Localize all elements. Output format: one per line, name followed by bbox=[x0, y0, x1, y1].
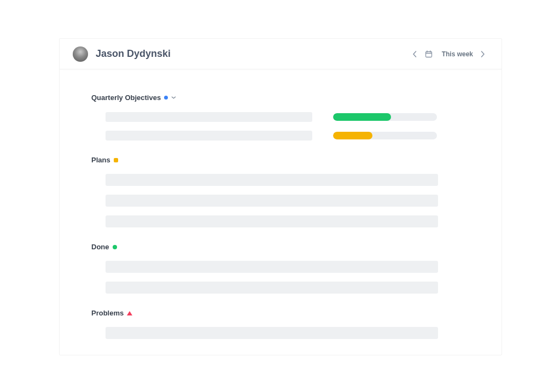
header-bar: Jason Dydynski This week bbox=[60, 39, 501, 69]
done-placeholder[interactable] bbox=[106, 261, 438, 273]
done-indicator-icon bbox=[113, 245, 117, 249]
report-card: Jason Dydynski This week Quarterly Objec… bbox=[59, 38, 502, 355]
period-selector[interactable]: This week bbox=[442, 50, 473, 58]
plans-indicator-icon bbox=[114, 158, 118, 162]
section-done: Done bbox=[91, 243, 470, 294]
calendar-icon bbox=[425, 50, 433, 58]
section-title: Quarterly Objectives bbox=[91, 93, 161, 102]
objective-progress-fill bbox=[333, 132, 372, 139]
objective-placeholder bbox=[106, 112, 312, 122]
prev-period-button[interactable] bbox=[409, 49, 420, 60]
section-header-done[interactable]: Done bbox=[91, 243, 470, 251]
plan-placeholder[interactable] bbox=[106, 215, 438, 227]
user-name: Jason Dydynski bbox=[96, 48, 171, 60]
chevron-left-icon bbox=[412, 51, 417, 57]
content-area: Quarterly Objectives bbox=[60, 69, 501, 339]
problems-indicator-icon bbox=[127, 311, 132, 315]
svg-rect-0 bbox=[425, 51, 431, 57]
chevron-down-icon bbox=[171, 92, 176, 102]
objective-progress-fill bbox=[333, 113, 391, 121]
objective-row[interactable] bbox=[91, 112, 470, 122]
section-title: Plans bbox=[91, 156, 110, 164]
chevron-right-icon bbox=[481, 51, 485, 57]
section-title: Done bbox=[91, 243, 109, 251]
section-header-objectives[interactable]: Quarterly Objectives bbox=[91, 92, 470, 102]
user-avatar[interactable] bbox=[73, 46, 88, 62]
plan-placeholder[interactable] bbox=[106, 174, 438, 186]
objective-row[interactable] bbox=[91, 131, 470, 141]
plan-placeholder[interactable] bbox=[106, 195, 438, 207]
calendar-button[interactable] bbox=[423, 49, 434, 60]
section-objectives: Quarterly Objectives bbox=[91, 92, 470, 141]
done-placeholder[interactable] bbox=[106, 282, 438, 294]
objective-progress bbox=[333, 132, 437, 139]
section-header-plans[interactable]: Plans bbox=[91, 156, 470, 164]
objective-progress bbox=[333, 113, 437, 121]
section-header-problems[interactable]: Problems bbox=[91, 309, 470, 317]
section-problems: Problems bbox=[91, 309, 470, 339]
objective-placeholder bbox=[106, 131, 312, 141]
next-period-button[interactable] bbox=[477, 49, 488, 60]
section-title: Problems bbox=[91, 309, 124, 317]
section-plans: Plans bbox=[91, 156, 470, 227]
problem-placeholder[interactable] bbox=[106, 327, 438, 339]
objectives-indicator-icon bbox=[164, 96, 168, 100]
